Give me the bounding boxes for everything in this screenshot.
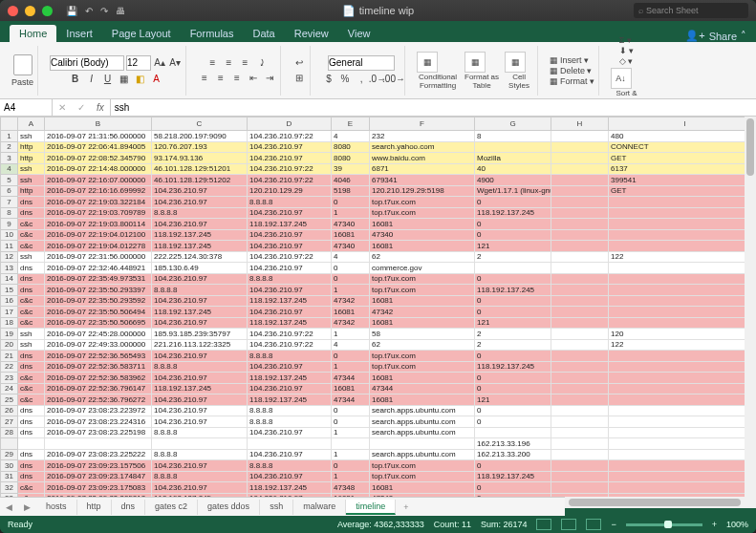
table-row[interactable]: 10c&c2016-09-07 22:19:04.012100118.192.1… xyxy=(1,229,757,241)
cell[interactable]: 121 xyxy=(475,241,551,252)
cell[interactable]: 4900 xyxy=(475,175,551,186)
cell[interactable]: 2016-09-07 22:35:50.293397 xyxy=(45,285,152,296)
cell[interactable]: c&c xyxy=(18,295,45,307)
cell[interactable]: 104.236.210.97 xyxy=(248,141,332,153)
font-size-select[interactable] xyxy=(126,55,151,71)
cell[interactable]: 0 xyxy=(475,482,551,494)
cell[interactable] xyxy=(609,427,757,438)
cell[interactable] xyxy=(609,241,757,252)
table-row[interactable]: 21dns2016-09-07 22:52:36.565493104.236.2… xyxy=(1,351,757,362)
cell[interactable] xyxy=(609,416,757,428)
cell-styles-button[interactable]: ▦Cell Styles xyxy=(505,52,533,90)
cell[interactable]: top.t7ux.com xyxy=(370,273,475,285)
indent-right-icon[interactable]: ⇥ xyxy=(263,72,276,85)
view-pagebreak-icon[interactable] xyxy=(586,519,601,530)
cell[interactable] xyxy=(551,471,609,482)
clear-icon[interactable]: ◇ ▾ xyxy=(619,56,635,66)
row-header[interactable]: 2 xyxy=(1,141,18,153)
cell[interactable]: 8080 xyxy=(332,153,370,164)
cell[interactable]: 2016-09-07 22:06:41.894005 xyxy=(45,141,152,153)
cell[interactable]: 104.236.210.97 xyxy=(248,471,332,482)
cell[interactable] xyxy=(152,438,248,450)
row-header[interactable]: 27 xyxy=(1,416,18,428)
table-row[interactable]: 32c&c2016-09-07 23:09:23.175083104.236.2… xyxy=(1,482,757,494)
sheet-tab-http[interactable]: http xyxy=(77,500,112,515)
spreadsheet-table[interactable]: ABCDEFGHI1ssh2016-09-07 21:31:56.0000005… xyxy=(0,117,756,497)
cell[interactable]: 1 xyxy=(332,361,370,373)
print-icon[interactable]: 🖶 xyxy=(116,6,125,16)
row-header[interactable]: 10 xyxy=(1,229,18,241)
cell[interactable]: 2016-09-07 22:35:49.973531 xyxy=(45,273,152,285)
table-row[interactable]: 30dns2016-09-07 23:09:23.157506104.236.2… xyxy=(1,460,757,472)
cell[interactable] xyxy=(551,131,609,142)
cell[interactable] xyxy=(551,460,609,472)
cell[interactable]: 2016-09-07 23:09:23.175083 xyxy=(45,482,152,494)
table-row[interactable]: 2http2016-09-07 22:06:41.894005120.76.20… xyxy=(1,141,757,153)
cell[interactable]: 16081 xyxy=(332,383,370,394)
cell[interactable]: 162.213.33.196 xyxy=(475,438,551,450)
cell[interactable]: 8 xyxy=(475,131,551,142)
cell[interactable]: 47340 xyxy=(332,241,370,252)
cell[interactable]: dns xyxy=(18,207,45,219)
cell[interactable]: search.apps.ubuntu.com xyxy=(370,427,475,438)
zoom-in-icon[interactable]: + xyxy=(712,520,717,529)
align-right-icon[interactable]: ≡ xyxy=(230,72,244,85)
sheet-tab-gates-c2[interactable]: gates c2 xyxy=(145,500,198,515)
cell[interactable]: dns xyxy=(18,460,45,472)
cell[interactable]: 0 xyxy=(475,416,551,428)
cell[interactable]: 40 xyxy=(475,163,551,175)
cell[interactable]: 104.236.210.97 xyxy=(248,263,332,274)
cell[interactable] xyxy=(609,219,757,230)
cell[interactable]: ssh xyxy=(18,163,45,175)
cell[interactable]: 0 xyxy=(475,197,551,208)
cell[interactable]: dns xyxy=(18,361,45,373)
cell[interactable]: 16081 xyxy=(370,482,475,494)
table-row[interactable]: 7dns2016-09-07 22:19:03.322184104.236.21… xyxy=(1,197,757,208)
cell[interactable]: 0 xyxy=(475,405,551,416)
cell[interactable]: 118.192.137.245 xyxy=(248,295,332,307)
cell[interactable]: 118.192.137.245 xyxy=(248,317,332,329)
row-header[interactable]: 16 xyxy=(1,295,18,307)
cell[interactable]: 2016-09-07 23:08:23.224316 xyxy=(45,416,152,428)
cell[interactable]: 4 xyxy=(332,251,370,263)
cell[interactable] xyxy=(370,438,475,450)
cell[interactable]: ssh xyxy=(18,175,45,186)
cell[interactable] xyxy=(551,373,609,384)
cell[interactable]: 104.236.210.97 xyxy=(152,219,248,230)
table-row[interactable]: 17c&c2016-09-07 22:35:50.506494118.192.1… xyxy=(1,307,757,318)
row-header[interactable]: 20 xyxy=(1,339,18,351)
cell[interactable]: search.apps.ubuntu.com xyxy=(370,405,475,416)
cell[interactable] xyxy=(609,317,757,329)
ribbon-tab-data[interactable]: Data xyxy=(243,25,284,42)
cell[interactable] xyxy=(609,383,757,394)
formula-value[interactable]: ssh xyxy=(111,102,134,113)
table-row[interactable]: 14dns2016-09-07 22:35:49.973531104.236.2… xyxy=(1,273,757,285)
cell[interactable]: 0 xyxy=(475,493,551,497)
cell[interactable]: 16081 xyxy=(332,307,370,318)
bold-button[interactable]: B xyxy=(69,73,82,86)
cell[interactable]: 118.192.137.245 xyxy=(475,361,551,373)
table-row[interactable]: 24c&c2016-09-07 22:52:36.796147118.192.1… xyxy=(1,383,757,394)
cell[interactable] xyxy=(551,438,609,450)
cell[interactable] xyxy=(551,295,609,307)
cell[interactable] xyxy=(551,351,609,362)
cell[interactable]: 118.192.137.245 xyxy=(152,493,248,497)
cell[interactable]: 5198 xyxy=(332,185,370,197)
row-header[interactable]: 33 xyxy=(1,493,18,497)
cell[interactable]: 2016-09-07 23:08:23.225222 xyxy=(45,449,152,460)
cell[interactable]: dns xyxy=(18,416,45,428)
column-header[interactable]: D xyxy=(248,117,332,131)
wrap-text-icon[interactable]: ↩ xyxy=(292,56,306,70)
table-row[interactable]: 25c&c2016-09-07 22:52:36.796272104.236.2… xyxy=(1,394,757,406)
save-icon[interactable]: 💾 xyxy=(66,6,77,16)
format-button[interactable]: ▦ Format ▾ xyxy=(550,76,594,86)
cell[interactable] xyxy=(551,219,609,230)
cell[interactable]: 120 xyxy=(609,329,757,340)
cell[interactable]: c&c xyxy=(18,219,45,230)
comma-icon[interactable]: , xyxy=(355,73,368,86)
table-row[interactable]: 5ssh2016-09-07 22:16:07.00000046.101.128… xyxy=(1,175,757,186)
cell[interactable]: 2016-09-07 23:09:23.174847 xyxy=(45,471,152,482)
row-header[interactable]: 13 xyxy=(1,263,18,274)
cell[interactable]: 0 xyxy=(332,460,370,472)
cell[interactable]: dns xyxy=(18,285,45,296)
